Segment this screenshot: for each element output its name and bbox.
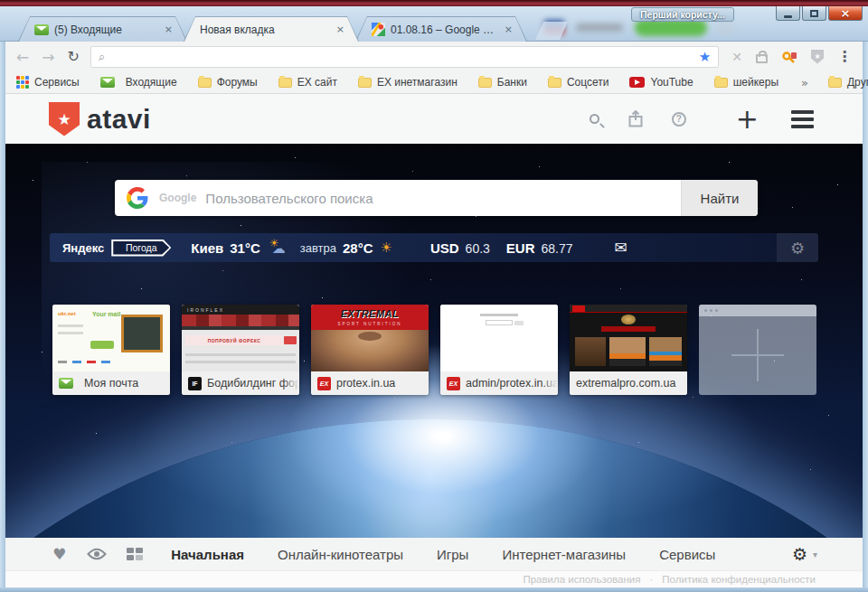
extension-icon-1[interactable]: ✕ [731, 50, 742, 64]
bookmark-item-youtube[interactable]: YouTube [629, 76, 693, 89]
tab-label: Новая вкладка [200, 23, 331, 36]
menu-icon[interactable] [791, 110, 814, 128]
new-tab-button[interactable] [535, 22, 568, 40]
atavi-brand: atavi [87, 104, 151, 135]
tile-caption: IF Бодибилдинг фору [182, 371, 299, 395]
tile-thumbnail: EXTREMAL SPORT NUTRITION [311, 305, 429, 371]
bookmark-item-services[interactable]: Сервисы [16, 76, 80, 89]
infobar-settings-button[interactable]: ⚙ [777, 233, 818, 262]
terms-link[interactable]: Правила использования [523, 574, 640, 585]
privacy-link[interactable]: Политика конфиденциальности [662, 574, 816, 585]
close-icon[interactable]: × [165, 23, 173, 35]
tab-label: (5) Входящие [54, 23, 159, 36]
bookmark-folder-banks[interactable]: Банки [478, 76, 527, 89]
address-bar[interactable]: ⌕ ★ [90, 46, 719, 68]
tile-caption: EX admin/protex.in.ua [440, 371, 558, 395]
reload-button[interactable]: ↻ [68, 48, 80, 65]
folder-icon [278, 78, 292, 88]
partly-cloudy-icon: ☀☁ [268, 240, 289, 256]
speed-dial-tiles: ukr.net Your mail Моя почта IRONFLEX [52, 305, 816, 395]
add-bookmark-icon[interactable]: + [736, 106, 759, 133]
chevron-down-icon: ▾ [813, 550, 817, 559]
dashboard-grid-icon[interactable] [127, 548, 143, 560]
bookmark-label: Другие закладки [847, 76, 868, 89]
bookmarks-overflow-chevron[interactable]: » [801, 76, 808, 89]
settings-button[interactable]: ⚙ ▾ [792, 544, 817, 564]
password-key-extension-icon[interactable] [781, 50, 797, 64]
nav-tab-shops[interactable]: Интернет-магазины [502, 547, 626, 562]
shopping-bag-extension-icon[interactable] [756, 50, 768, 63]
maximize-button[interactable] [802, 6, 826, 21]
minimize-button[interactable] [776, 6, 800, 21]
plus-icon [731, 329, 784, 381]
maximize-icon [810, 10, 818, 17]
close-window-button[interactable]: × [828, 6, 863, 21]
bookmark-folder-ex-site[interactable]: EX сайт [278, 76, 337, 89]
tab-google-maps[interactable]: 01.08.16 – Google Карты × [355, 16, 527, 42]
yandex-logo[interactable]: Яндекс [62, 241, 104, 255]
nav-tab-cinemas[interactable]: Онлайн-кинотеатры [278, 547, 403, 562]
bookmark-folder-social[interactable]: Соцсети [548, 76, 609, 89]
tile-extremalpro[interactable]: extremalpro.com.ua [570, 305, 687, 395]
visibility-eye-icon[interactable] [87, 548, 107, 560]
search-icon: ⌕ [99, 50, 105, 64]
atavi-shield-extension-icon[interactable]: ★ [811, 50, 824, 64]
close-icon[interactable]: × [505, 23, 513, 35]
mail-icon [34, 24, 49, 35]
close-icon: × [841, 6, 851, 20]
star-field [5, 144, 6, 145]
tile-caption: EX protex.in.ua [311, 371, 429, 395]
tile-thumbnail: ukr.net Your mail [52, 305, 170, 371]
tile-my-mail[interactable]: ukr.net Your mail Моя почта [52, 305, 170, 395]
window-controls: × [774, 6, 863, 21]
tile-thumbnail [440, 305, 558, 371]
bookmark-folder-shakers[interactable]: шейкеры [714, 76, 778, 89]
browser-toolbar: ← → ↻ ⌕ ★ ✕ ★ ⋮ [5, 42, 863, 71]
back-button[interactable]: ← [16, 48, 29, 66]
folder-icon [714, 78, 728, 88]
tile-protex-admin[interactable]: EX admin/protex.in.ua [440, 305, 558, 395]
bookmark-star-icon[interactable]: ★ [699, 49, 711, 65]
tile-protex[interactable]: EXTREMAL SPORT NUTRITION EX protex.in.ua [311, 305, 429, 395]
tab-label: 01.08.16 – Google Карты [391, 23, 499, 36]
mail-icon [100, 77, 115, 88]
bookmark-item-inbox[interactable]: Входящие [100, 76, 177, 89]
bookmark-folder-ex-shop[interactable]: EX инетмагазин [358, 76, 458, 89]
browser-menu-icon[interactable]: ⋮ [837, 48, 852, 65]
weather-badge[interactable]: Погода [111, 240, 171, 257]
blurred-text [576, 23, 623, 32]
nav-tab-games[interactable]: Игры [437, 547, 468, 562]
bookmarks-bar: Сервисы Входящие Форумы EX сайт EX инетм… [5, 71, 863, 94]
bookmark-label: Форумы [217, 76, 258, 89]
search-submit-button[interactable]: Найти [681, 180, 758, 216]
mail-envelope-icon[interactable]: ✉ [615, 239, 627, 257]
tab-new-tab[interactable]: Новая вкладка × [184, 16, 359, 42]
share-icon[interactable] [627, 110, 644, 127]
ex-favicon: EX [447, 377, 460, 390]
start-page: Google Найти Яндекс Погода Киев 31°C ☀☁ … [5, 144, 863, 538]
browser-window: (5) Входящие × Новая вкладка × 01.08.16 … [0, 0, 868, 592]
bookmark-label: Входящие [126, 76, 177, 89]
add-tile-button[interactable] [699, 305, 816, 395]
search-icon[interactable] [590, 114, 599, 124]
address-input[interactable] [112, 50, 699, 63]
nav-tab-services[interactable]: Сервисы [659, 547, 715, 562]
tile-bodybuilding-forum[interactable]: IRONFLEX ПОПРОБУЙ ФОРЕКС IF Бодибилдинг … [182, 305, 299, 395]
tab-inbox[interactable]: (5) Входящие × [18, 16, 187, 42]
atavi-logo-icon: ★ [49, 102, 80, 136]
nav-tab-home[interactable]: Начальная [171, 547, 244, 562]
favorites-heart-icon[interactable]: ♥ [52, 545, 66, 563]
apps-grid-icon [16, 76, 29, 89]
help-icon[interactable]: ? [672, 112, 686, 127]
close-icon[interactable]: × [336, 23, 344, 35]
tile-caption: extremalpro.com.ua [570, 371, 687, 395]
bookmark-label: Соцсети [567, 76, 609, 89]
blurred-circle [719, 21, 732, 34]
profile-name-chip[interactable]: Перший користу... [631, 7, 734, 22]
search-input[interactable] [205, 191, 681, 206]
google-logo-word: Google [159, 192, 196, 204]
forward-button[interactable]: → [42, 48, 54, 66]
folder-icon [358, 78, 372, 88]
other-bookmarks-folder[interactable]: Другие закладки [828, 76, 868, 89]
bookmark-folder-forums[interactable]: Форумы [198, 76, 258, 89]
